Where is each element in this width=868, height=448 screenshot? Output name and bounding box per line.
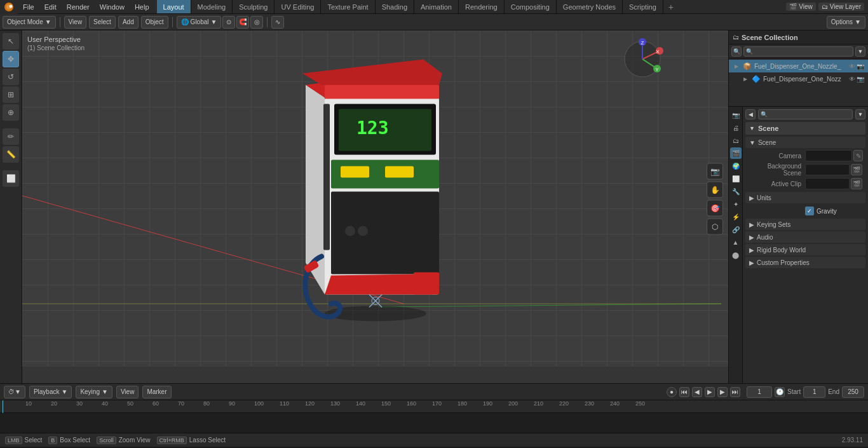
next-frame-btn[interactable]: ▶: [717, 387, 728, 397]
tab-shading[interactable]: Shading: [376, 0, 414, 13]
menu-window[interactable]: Window: [95, 0, 130, 13]
viewport-canvas[interactable]: 123: [22, 31, 728, 367]
rotate-tool[interactable]: ↺: [3, 69, 19, 85]
view-layer-selector[interactable]: 🗂View Layer: [818, 3, 864, 11]
tab-animation[interactable]: Animation: [414, 0, 459, 13]
menu-file[interactable]: File: [18, 0, 39, 13]
move-tool[interactable]: ✥: [3, 51, 19, 67]
transform-tool[interactable]: ⊕: [3, 104, 19, 121]
keying-sets-header[interactable]: ▶ Keying Sets: [745, 219, 865, 230]
render-icon-0[interactable]: 📷: [857, 63, 864, 70]
annotate-tool[interactable]: ✏: [3, 128, 19, 145]
view-btn[interactable]: View: [116, 386, 139, 398]
render-preview-btn[interactable]: ⬡: [707, 218, 723, 234]
tab-modeling[interactable]: Modeling: [191, 0, 233, 13]
jump-start-btn[interactable]: ⏮: [679, 387, 689, 397]
transform-dropdown[interactable]: 🌐Global▼: [177, 16, 222, 29]
tab-geometry-nodes[interactable]: Geometry Nodes: [557, 0, 623, 13]
tab-layout[interactable]: Layout: [157, 0, 191, 13]
props-data-icon[interactable]: ▲: [730, 236, 742, 248]
camera-eyedropper-icon[interactable]: ✎: [853, 150, 863, 161]
tab-scripting[interactable]: Scripting: [623, 0, 663, 13]
props-options-icon[interactable]: ▼: [855, 109, 865, 119]
props-object-icon[interactable]: ⬜: [730, 173, 742, 184]
expand-icon-1[interactable]: ▶: [742, 76, 749, 82]
gravity-checkbox[interactable]: ✓: [805, 207, 814, 215]
prev-frame-btn[interactable]: ◀: [692, 387, 702, 397]
timeline-area[interactable]: 10 20 30 40 50 60 70 80 90 100 110 120 1…: [0, 400, 868, 433]
timeline-mode-btn[interactable]: ⏱▼: [4, 386, 25, 398]
tab-compositing[interactable]: Compositing: [505, 0, 557, 13]
props-render-icon[interactable]: 📷: [730, 109, 742, 121]
tab-uv-editing[interactable]: UV Editing: [275, 0, 321, 13]
scene-section-header[interactable]: ▼ Scene: [745, 122, 865, 135]
menu-edit[interactable]: Edit: [39, 0, 62, 13]
object-menu-btn[interactable]: Object: [141, 16, 168, 29]
active-clip-field[interactable]: [805, 178, 850, 189]
end-frame-field[interactable]: 250: [842, 386, 864, 398]
camera-view-btn[interactable]: 📷: [707, 163, 723, 179]
outliner-filter-icon[interactable]: 🔍: [731, 46, 742, 57]
viewport-axis-widget[interactable]: X Y Z: [620, 37, 665, 81]
start-frame-field[interactable]: 1: [803, 386, 825, 398]
active-clip-icon[interactable]: 🎬: [851, 178, 862, 189]
props-modifier-icon[interactable]: 🔧: [730, 186, 742, 197]
measure-tool[interactable]: 📏: [3, 146, 19, 163]
view-menu-btn[interactable]: View: [64, 16, 87, 29]
props-constraints-icon[interactable]: 🔗: [730, 224, 742, 235]
outliner-search[interactable]: 🔍: [743, 46, 853, 57]
camera-field[interactable]: [805, 150, 852, 161]
play-btn[interactable]: ▶: [705, 387, 715, 397]
props-physics-icon[interactable]: ⚡: [730, 211, 742, 222]
jump-end-btn[interactable]: ⏭: [730, 387, 740, 397]
tab-sculpting[interactable]: Sculpting: [233, 0, 275, 13]
select-menu-btn[interactable]: Select: [89, 16, 116, 29]
proportional-btn[interactable]: ◎: [250, 16, 263, 29]
eye-icon-1[interactable]: 👁: [849, 76, 855, 83]
scene-sub-header[interactable]: ▼ Scene: [745, 137, 865, 148]
marker-btn[interactable]: Marker: [142, 386, 171, 398]
rigid-body-header[interactable]: ▶ Rigid Body World: [745, 244, 865, 255]
bg-scene-icon[interactable]: 🎬: [851, 164, 862, 175]
props-world-icon[interactable]: 🌍: [730, 160, 742, 172]
custom-props-header[interactable]: ▶ Custom Properties: [745, 257, 865, 268]
zoom-btn[interactable]: 🎯: [707, 200, 723, 216]
props-search[interactable]: 🔍: [758, 109, 853, 119]
add-cube-tool[interactable]: ⬜: [3, 170, 19, 187]
menu-render[interactable]: Render: [62, 0, 95, 13]
props-view-layer-icon[interactable]: 🗂: [730, 135, 742, 146]
filter-btn[interactable]: ∿: [271, 16, 284, 29]
pan-btn[interactable]: ✋: [707, 181, 723, 198]
options-dropdown[interactable]: Options▼: [827, 16, 865, 29]
scene-selector[interactable]: 🎬View: [786, 3, 816, 11]
outliner-item-0[interactable]: ▶ 📦 Fuel_Dispenser_One_Nozzle_ 👁 📷: [729, 60, 868, 72]
frame-clock-icon[interactable]: 🕐: [775, 387, 785, 397]
menu-help[interactable]: Help: [130, 0, 154, 13]
tab-rendering[interactable]: Rendering: [459, 0, 505, 13]
expand-icon-0[interactable]: ▶: [733, 64, 740, 69]
outliner-item-1[interactable]: ▶ 🔷 Fuel_Dispenser_One_Nozz 👁 📷: [729, 72, 868, 85]
add-workspace-button[interactable]: +: [663, 2, 679, 12]
eye-icon-0[interactable]: 👁: [849, 63, 855, 70]
props-material-icon[interactable]: ⬤: [730, 249, 742, 261]
snap-btn[interactable]: 🧲: [236, 16, 249, 29]
audio-header[interactable]: ▶ Audio: [745, 231, 865, 243]
current-frame-field[interactable]: 1: [747, 386, 772, 398]
props-nav-icon[interactable]: ◀: [745, 109, 756, 119]
outliner-filter-btn[interactable]: ▼: [855, 46, 865, 57]
playback-btn[interactable]: Playback▼: [29, 386, 72, 398]
timeline-track[interactable]: [0, 413, 868, 433]
record-btn[interactable]: ●: [667, 387, 677, 397]
bg-scene-field[interactable]: [805, 164, 850, 175]
props-particles-icon[interactable]: ✦: [730, 198, 742, 210]
render-icon-1[interactable]: 📷: [857, 76, 864, 83]
units-header[interactable]: ▶ Units: [745, 192, 865, 203]
pivot-btn[interactable]: ⊙: [222, 16, 235, 29]
props-output-icon[interactable]: 🖨: [730, 122, 742, 133]
cursor-tool[interactable]: ↖: [3, 33, 19, 50]
keying-btn[interactable]: Keying▼: [76, 386, 112, 398]
tab-texture-paint[interactable]: Texture Paint: [321, 0, 375, 13]
viewport[interactable]: 123: [22, 31, 728, 383]
scale-tool[interactable]: ⊞: [3, 86, 19, 103]
add-menu-btn[interactable]: Add: [118, 16, 139, 29]
